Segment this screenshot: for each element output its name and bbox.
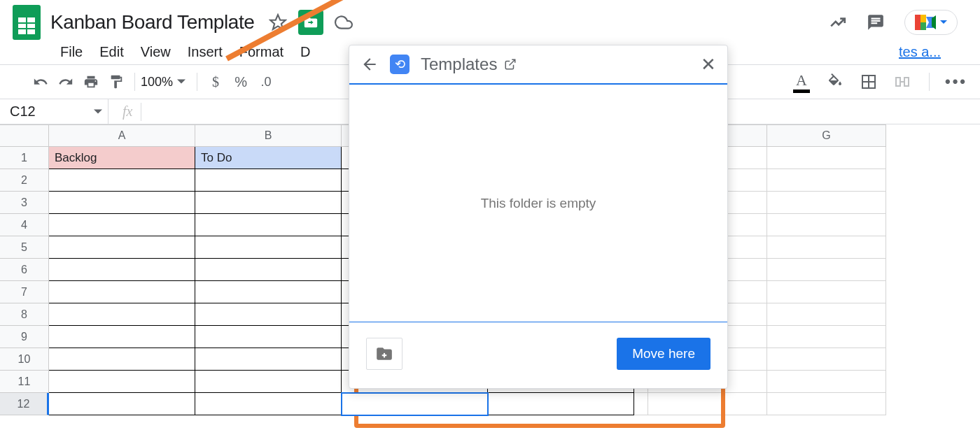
activity-icon[interactable] — [829, 13, 847, 31]
new-folder-button[interactable] — [366, 338, 402, 370]
row-header[interactable]: 4 — [0, 214, 49, 236]
cell[interactable] — [767, 348, 886, 371]
row-header[interactable]: 7 — [0, 281, 49, 303]
cell[interactable] — [195, 303, 342, 326]
cell[interactable] — [49, 393, 195, 415]
cell[interactable] — [195, 236, 342, 259]
open-external-icon[interactable] — [504, 58, 517, 71]
row-header[interactable]: 5 — [0, 236, 49, 259]
cell[interactable] — [195, 348, 342, 371]
row-header[interactable]: 12 — [0, 393, 49, 415]
cell[interactable] — [767, 214, 886, 236]
cell[interactable] — [195, 169, 342, 192]
comment-icon[interactable] — [867, 13, 885, 31]
paint-format-icon[interactable] — [104, 69, 129, 94]
meet-button[interactable] — [904, 10, 958, 35]
cell[interactable] — [49, 192, 195, 214]
svg-rect-1 — [915, 15, 920, 30]
row-header[interactable]: 8 — [0, 303, 49, 326]
cell[interactable] — [488, 393, 634, 415]
zoom-select[interactable]: 100% — [141, 75, 186, 89]
cell[interactable] — [648, 393, 767, 415]
cell[interactable] — [195, 192, 342, 214]
svg-rect-13 — [382, 355, 387, 356]
cell[interactable] — [767, 326, 886, 348]
menu-view[interactable]: View — [134, 41, 178, 63]
doc-title[interactable]: Kanban Board Template — [50, 10, 255, 34]
cell[interactable] — [49, 169, 195, 192]
col-header-g[interactable]: G — [767, 124, 886, 147]
cell[interactable] — [767, 303, 886, 326]
more-icon[interactable]: ••• — [944, 69, 969, 94]
cell[interactable] — [49, 371, 195, 393]
fill-color-icon[interactable] — [822, 69, 848, 94]
menu-insert[interactable]: Insert — [181, 41, 230, 63]
cell[interactable] — [767, 236, 886, 259]
folder-contents: This folder is empty — [349, 85, 727, 322]
cell[interactable] — [49, 236, 195, 259]
cell[interactable] — [49, 348, 195, 371]
cell[interactable] — [195, 371, 342, 393]
menu-file[interactable]: File — [53, 41, 90, 63]
shared-folder-icon: ⟲ — [390, 55, 410, 74]
sheets-logo[interactable] — [11, 3, 42, 42]
name-box[interactable]: C12 — [10, 103, 36, 120]
cloud-saved-icon[interactable] — [335, 13, 353, 31]
cell[interactable]: To Do — [195, 147, 342, 169]
row-header[interactable]: 10 — [0, 348, 49, 371]
menu-edit[interactable]: Edit — [92, 41, 130, 63]
currency-icon[interactable]: $ — [203, 69, 228, 94]
cell[interactable] — [49, 326, 195, 348]
cell[interactable] — [767, 371, 886, 393]
decimal-decrease-icon[interactable]: .0 — [253, 69, 279, 94]
cell[interactable] — [195, 214, 342, 236]
redo-icon[interactable] — [53, 69, 78, 94]
fx-icon: fx — [122, 103, 132, 120]
close-icon[interactable]: ✕ — [701, 54, 716, 76]
row-header[interactable]: 2 — [0, 169, 49, 192]
separator — [929, 73, 930, 91]
svg-rect-2 — [920, 15, 926, 22]
cell[interactable] — [767, 281, 886, 303]
move-here-button[interactable]: Move here — [617, 338, 710, 370]
print-icon[interactable] — [78, 69, 104, 94]
cell[interactable] — [767, 169, 886, 192]
cell[interactable]: Backlog — [49, 147, 195, 169]
cell[interactable] — [195, 259, 342, 281]
cell[interactable] — [767, 259, 886, 281]
name-box-dropdown-icon[interactable] — [94, 108, 102, 116]
cell[interactable] — [195, 281, 342, 303]
borders-icon[interactable] — [856, 69, 881, 94]
col-header-a[interactable]: A — [49, 124, 195, 147]
undo-icon[interactable] — [28, 69, 53, 94]
cell[interactable] — [767, 192, 886, 214]
svg-rect-9 — [896, 78, 900, 86]
col-header-b[interactable]: B — [195, 124, 342, 147]
cell[interactable] — [195, 326, 342, 348]
truncated-link[interactable]: tes a... — [899, 44, 941, 60]
cell[interactable] — [49, 214, 195, 236]
svg-rect-3 — [920, 22, 926, 30]
cell[interactable] — [634, 393, 648, 415]
cell[interactable] — [767, 393, 886, 415]
cell[interactable] — [49, 259, 195, 281]
row-header[interactable]: 1 — [0, 147, 49, 169]
merge-cells-icon[interactable] — [890, 69, 915, 94]
cell[interactable] — [49, 303, 195, 326]
percent-icon[interactable]: % — [228, 69, 253, 94]
cell[interactable] — [195, 393, 342, 415]
cell-selected[interactable] — [342, 393, 488, 415]
cell[interactable] — [49, 281, 195, 303]
text-color-icon[interactable]: A — [789, 69, 814, 94]
cell[interactable] — [767, 147, 886, 169]
move-folder-popup: ⟲ Templates ✕ This folder is empty Move … — [349, 45, 728, 389]
row-header[interactable]: 9 — [0, 326, 49, 348]
row-header[interactable]: 11 — [0, 371, 49, 393]
menu-trunc[interactable]: D — [293, 41, 317, 63]
separator — [134, 73, 135, 91]
select-all-corner[interactable] — [0, 124, 49, 147]
row-header[interactable]: 3 — [0, 192, 49, 214]
back-arrow-icon[interactable] — [360, 55, 379, 73]
row-header[interactable]: 6 — [0, 259, 49, 281]
popup-title: Templates — [421, 55, 517, 74]
